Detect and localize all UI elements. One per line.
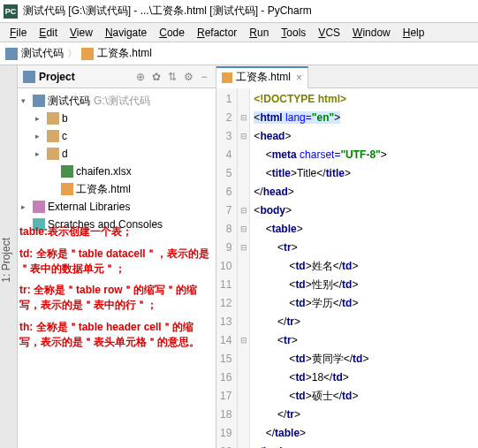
menu-edit[interactable]: Edit: [33, 25, 64, 41]
tab-active[interactable]: 工资条.html ×: [216, 66, 308, 88]
breadcrumb-file[interactable]: 工资条.html: [97, 46, 152, 61]
panel-toolbar: ⊕✿⇅⚙−: [134, 71, 210, 83]
tab-label: 工资条.html: [236, 70, 291, 85]
window-title: 测试代码 [G:\测试代码] - ...\工资条.html [测试代码] - P…: [23, 4, 312, 19]
tree-external-libraries[interactable]: External Libraries: [18, 198, 216, 216]
menu-code[interactable]: Code: [153, 25, 191, 41]
panel-title: Project: [39, 71, 134, 83]
main-area: 1: Project Project ⊕✿⇅⚙− 测试代码G:\测试代码bcdc…: [0, 65, 478, 448]
menu-refactor[interactable]: Refactor: [191, 25, 243, 41]
annotation-text: th: 全称是＂table header cell＂的缩写，表示的是＂表头单元格…: [19, 320, 214, 350]
menubar: FileEditViewNavigateCodeRefactorRunTools…: [0, 23, 478, 42]
tree-file[interactable]: chaifen.xlsx: [18, 163, 216, 180]
tree-root[interactable]: 测试代码G:\测试代码: [18, 92, 216, 110]
panel-button[interactable]: ⊕: [134, 71, 147, 83]
panel-button[interactable]: −: [198, 71, 210, 83]
project-panel: Project ⊕✿⇅⚙− 测试代码G:\测试代码bcdchaifen.xlsx…: [18, 65, 216, 448]
annotation-overlay: table:表示创建一个表；td: 全称是＂table datacell＂，表示…: [19, 224, 214, 357]
menu-file[interactable]: File: [4, 25, 33, 41]
breadcrumb-root[interactable]: 测试代码: [21, 46, 64, 61]
panel-button[interactable]: ✿: [150, 71, 163, 83]
panel-header: Project ⊕✿⇅⚙−: [18, 65, 216, 88]
project-tree: 测试代码G:\测试代码bcdchaifen.xlsx工资条.htmlExtern…: [18, 88, 216, 237]
chevron-right-icon: 〉: [67, 46, 78, 61]
close-icon[interactable]: ×: [296, 72, 302, 84]
tree-dir-b[interactable]: b: [18, 110, 216, 127]
line-gutter: 123456789101112131415161718192021: [216, 88, 238, 448]
menu-view[interactable]: View: [64, 25, 99, 41]
annotation-text: table:表示创建一个表；: [19, 224, 214, 239]
annotation-text: tr: 全称是＂table row＂的缩写＂的缩写，表示的是＂表中的行＂；: [19, 283, 214, 313]
html-file-icon: [222, 72, 232, 83]
menu-help[interactable]: Help: [397, 25, 431, 41]
code-editor[interactable]: 123456789101112131415161718192021 ⊟⊟⊟⊟⊟⊟…: [216, 88, 478, 448]
project-icon: [23, 71, 35, 83]
menu-navigate[interactable]: Navigate: [99, 25, 153, 41]
menu-window[interactable]: Window: [346, 25, 397, 41]
html-file-icon: [81, 48, 94, 60]
editor-tabs: 工资条.html ×: [216, 65, 478, 88]
project-tool-tab[interactable]: 1: Project: [0, 65, 18, 448]
menu-tools[interactable]: Tools: [275, 25, 312, 41]
editor-area: 工资条.html × 12345678910111213141516171819…: [216, 65, 478, 448]
annotation-text: td: 全称是＂table datacell＂，表示的是＂表中的数据单元＂；: [19, 247, 214, 277]
tree-dir-c[interactable]: c: [18, 127, 216, 145]
panel-button[interactable]: ⚙: [182, 71, 194, 83]
fold-gutter[interactable]: ⊟⊟⊟⊟⊟⊟: [238, 88, 250, 448]
tree-dir-d[interactable]: d: [18, 145, 216, 163]
source-text[interactable]: <!DOCTYPE html><html lang="en"><head> <m…: [250, 88, 478, 448]
titlebar: PC 测试代码 [G:\测试代码] - ...\工资条.html [测试代码] …: [0, 0, 478, 23]
folder-icon: [5, 48, 18, 60]
panel-button[interactable]: ⇅: [166, 71, 178, 83]
tree-file[interactable]: 工资条.html: [18, 180, 216, 198]
pycharm-icon: PC: [4, 4, 18, 19]
menu-vcs[interactable]: VCS: [312, 25, 346, 41]
menu-run[interactable]: Run: [243, 25, 275, 41]
breadcrumb: 测试代码 〉 工资条.html: [0, 42, 478, 65]
